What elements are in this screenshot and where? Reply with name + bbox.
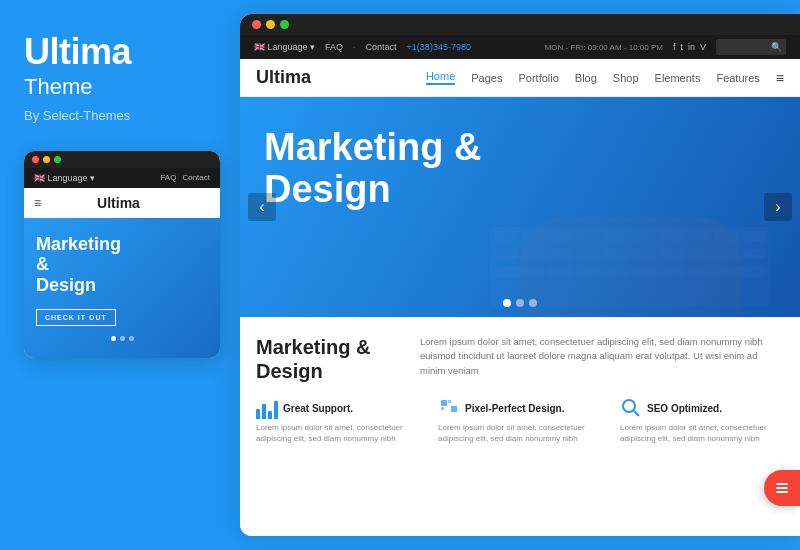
hero-dot-2[interactable]: [516, 299, 524, 307]
feature-support: Great Support. Lorem ipsum dolor sit ame…: [256, 397, 420, 444]
desktop-hours: MON - FRI: 09:00 AM - 10:00 PM: [545, 43, 663, 52]
svg-rect-8: [776, 491, 788, 493]
desktop-topbar: [240, 14, 800, 35]
mobile-faq[interactable]: FAQ: [160, 173, 176, 182]
hero-dot-1[interactable]: [503, 299, 511, 307]
design-icon: [438, 397, 460, 419]
mobile-dot-1: [111, 336, 116, 341]
svg-rect-1: [448, 400, 451, 403]
vimeo-icon[interactable]: V: [700, 42, 706, 52]
support-icon: [256, 397, 278, 419]
svg-rect-2: [441, 407, 444, 410]
desktop-dot-green: [280, 20, 289, 29]
desktop-phone: +1(38)345-7980: [407, 42, 471, 52]
mobile-hamburger-icon[interactable]: ≡: [34, 196, 41, 210]
desktop-menu-elements[interactable]: Elements: [655, 72, 701, 84]
mobile-dot-red: [32, 156, 39, 163]
mobile-header: ≡ Ultima: [24, 188, 220, 218]
theme-byline: By Select-Themes: [24, 108, 216, 123]
svg-rect-3: [451, 406, 457, 412]
desktop-menu-portfolio[interactable]: Portfolio: [518, 72, 558, 84]
svg-point-4: [623, 400, 635, 412]
mobile-preview: 🇬🇧 Language ▾ FAQ Contact ≡ Ultima Marke…: [24, 151, 220, 358]
mobile-contact[interactable]: Contact: [182, 173, 210, 182]
desktop-dot-yellow: [266, 20, 275, 29]
desktop-menu-blog[interactable]: Blog: [575, 72, 597, 84]
desktop-hamburger-icon[interactable]: ≡: [776, 70, 784, 86]
mobile-hero-title: Marketing&Design: [36, 234, 208, 296]
desktop-contact[interactable]: Contact: [366, 42, 397, 52]
hero-dot-3[interactable]: [529, 299, 537, 307]
desktop-search-box[interactable]: 🔍: [716, 39, 786, 55]
features-row: Great Support. Lorem ipsum dolor sit ame…: [256, 397, 784, 444]
content-heading: Marketing &Design: [256, 335, 396, 383]
mobile-dot-3: [129, 336, 134, 341]
mobile-topbar: [24, 151, 220, 168]
mobile-dot-yellow: [43, 156, 50, 163]
seo-icon: [620, 397, 642, 419]
floating-action-button[interactable]: [764, 470, 800, 506]
hero-next-button[interactable]: ›: [764, 193, 792, 221]
left-panel: Ultima Theme By Select-Themes 🇬🇧 Languag…: [0, 0, 240, 550]
desktop-dot-red: [252, 20, 261, 29]
twitter-icon[interactable]: t: [680, 42, 683, 52]
desktop-topnav: 🇬🇧 Language ▾ FAQ · Contact +1(38)345-79…: [240, 35, 800, 59]
search-icon: 🔍: [771, 42, 782, 52]
design-text: Lorem ipsum dolor sit amet, consectetuer…: [438, 422, 602, 444]
mobile-dot-2: [120, 336, 125, 341]
mobile-topnav: 🇬🇧 Language ▾ FAQ Contact: [24, 168, 220, 188]
desktop-menu-home[interactable]: Home: [426, 70, 455, 85]
desktop-content: Marketing &Design Lorem ipsum dolor sit …: [240, 317, 800, 536]
support-title: Great Support.: [283, 403, 353, 414]
feature-design: Pixel-Perfect Design. Lorem ipsum dolor …: [438, 397, 602, 444]
svg-rect-0: [441, 400, 447, 406]
desktop-faq[interactable]: FAQ: [325, 42, 343, 52]
desktop-preview: 🇬🇧 Language ▾ FAQ · Contact +1(38)345-79…: [240, 14, 800, 536]
support-text: Lorem ipsum dolor sit amet, consectetuer…: [256, 422, 420, 444]
mobile-hero: Marketing&Design CHECK IT OUT: [24, 218, 220, 358]
desktop-separator-1: ·: [353, 42, 356, 52]
feature-seo: SEO Optimized. Lorem ipsum dolor sit ame…: [620, 397, 784, 444]
mobile-dot-green: [54, 156, 61, 163]
mobile-logo: Ultima: [97, 195, 140, 211]
facebook-icon[interactable]: f: [673, 42, 676, 52]
desktop-hero-title: Marketing &Design: [264, 127, 544, 211]
hero-dots: [503, 299, 537, 307]
svg-rect-7: [776, 487, 788, 489]
desktop-menu-pages[interactable]: Pages: [471, 72, 502, 84]
desktop-language[interactable]: 🇬🇧 Language ▾: [254, 42, 315, 52]
theme-subtitle: Theme: [24, 74, 216, 100]
mobile-hero-cta[interactable]: CHECK IT OUT: [36, 309, 116, 326]
svg-line-5: [634, 411, 639, 416]
desktop-hero: Marketing &Design ‹ ›: [240, 97, 800, 317]
theme-title: Ultima: [24, 32, 216, 72]
content-text: Lorem ipsum dolor sit amet, consectetuer…: [420, 335, 784, 383]
desktop-logo: Ultima: [256, 67, 311, 88]
seo-title: SEO Optimized.: [647, 403, 722, 414]
hero-prev-button[interactable]: ‹: [248, 193, 276, 221]
desktop-menu-shop[interactable]: Shop: [613, 72, 639, 84]
svg-rect-6: [776, 483, 788, 485]
desktop-menu-features[interactable]: Features: [716, 72, 759, 84]
design-title: Pixel-Perfect Design.: [465, 403, 564, 414]
desktop-header: Ultima Home Pages Portfolio Blog Shop El…: [240, 59, 800, 97]
linkedin-icon[interactable]: in: [688, 42, 695, 52]
desktop-menu: Home Pages Portfolio Blog Shop Elements …: [426, 70, 784, 86]
mobile-language[interactable]: 🇬🇧 Language ▾: [34, 173, 95, 183]
seo-text: Lorem ipsum dolor sit amet, consectetuer…: [620, 422, 784, 444]
